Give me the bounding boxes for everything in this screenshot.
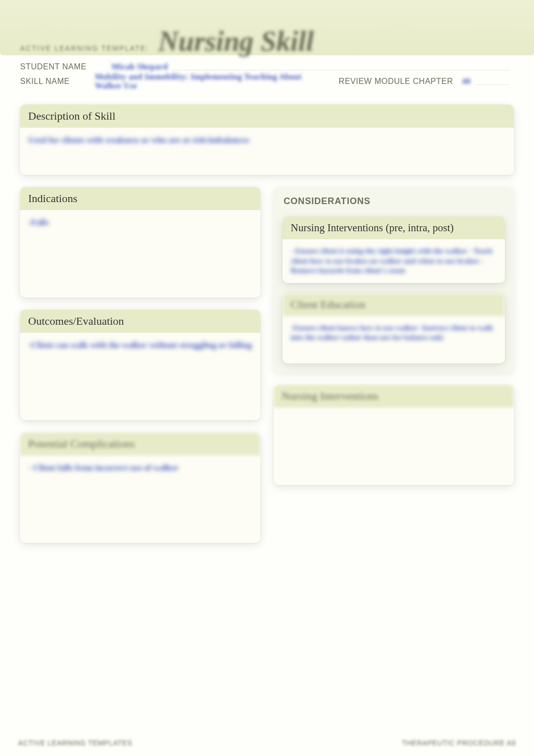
skill-name-label: SKILL NAME xyxy=(20,77,70,86)
outcomes-header: Outcomes/Evaluation xyxy=(20,310,260,333)
complications-body: - Client falls from incorrect use of wal… xyxy=(20,455,260,543)
page: ACTIVE LEARNING TEMPLATE: Nursing Skill … xyxy=(0,0,534,756)
description-body: Used for clients with weakness or who ar… xyxy=(20,128,514,175)
interventions-pre-header: Nursing Interventions (pre, intra, post) xyxy=(283,217,505,239)
meta-section: STUDENT NAME Micah Shepard SKILL NAME Mo… xyxy=(0,55,534,98)
nursing-interventions-card: Nursing Interventions xyxy=(274,385,514,485)
footer: ACTIVE LEARNING TEMPLATES THERAPEUTIC PR… xyxy=(0,739,534,747)
content-area: Description of Skill Used for clients wi… xyxy=(0,98,534,543)
student-name-label: STUDENT NAME xyxy=(20,62,86,71)
description-row: Description of Skill Used for clients wi… xyxy=(20,105,514,175)
considerations-wrap: CONSIDERATIONS Nursing Interventions (pr… xyxy=(274,187,514,372)
client-education-body: -Ensure client knows how to use walker -… xyxy=(283,316,505,363)
footer-left: ACTIVE LEARNING TEMPLATES xyxy=(18,739,132,747)
nursing-interventions-header: Nursing Interventions xyxy=(274,385,514,408)
student-name-value: Micah Shepard xyxy=(112,62,168,71)
skill-name-value: Mobility and Immobility: Implementing Te… xyxy=(95,72,311,90)
client-education-card: Client Education -Ensure client knows ho… xyxy=(283,293,505,363)
outcomes-body: -Client can walk with the walker without… xyxy=(20,333,260,420)
complications-card: Potential Complications - Client falls f… xyxy=(20,432,260,543)
client-education-header: Client Education xyxy=(283,293,505,316)
top-banner: ACTIVE LEARNING TEMPLATE: Nursing Skill xyxy=(0,0,534,55)
two-column-area: Indications -Falls Outcomes/Evaluation -… xyxy=(20,187,514,543)
indications-card: Indications -Falls xyxy=(20,187,260,298)
footer-right: THERAPEUTIC PROCEDURE A9 xyxy=(402,739,516,747)
review-chapter-value: 40 xyxy=(462,77,471,86)
description-header: Description of Skill xyxy=(20,105,514,128)
skill-name-row: SKILL NAME Mobility and Immobility: Impl… xyxy=(20,72,514,90)
interventions-pre-card: Nursing Interventions (pre, intra, post)… xyxy=(283,217,505,283)
outcomes-card: Outcomes/Evaluation -Client can walk wit… xyxy=(20,310,260,420)
student-name-row: STUDENT NAME Micah Shepard xyxy=(20,62,514,71)
left-column: Indications -Falls Outcomes/Evaluation -… xyxy=(20,187,260,543)
underline xyxy=(172,63,510,70)
indications-body: -Falls xyxy=(20,210,260,298)
considerations-title: CONSIDERATIONS xyxy=(284,196,505,207)
interventions-pre-body: - Ensure client is using the right heigh… xyxy=(283,239,505,283)
nursing-interventions-body xyxy=(274,408,514,485)
underline xyxy=(475,78,510,85)
page-title: Nursing Skill xyxy=(158,25,314,57)
complications-header: Potential Complications xyxy=(20,432,260,455)
indications-header: Indications xyxy=(20,187,260,210)
right-column: CONSIDERATIONS Nursing Interventions (pr… xyxy=(274,187,514,543)
description-card: Description of Skill Used for clients wi… xyxy=(20,105,514,175)
review-chapter-label: REVIEW MODULE CHAPTER xyxy=(339,77,453,86)
template-label: ACTIVE LEARNING TEMPLATE: xyxy=(20,44,149,52)
